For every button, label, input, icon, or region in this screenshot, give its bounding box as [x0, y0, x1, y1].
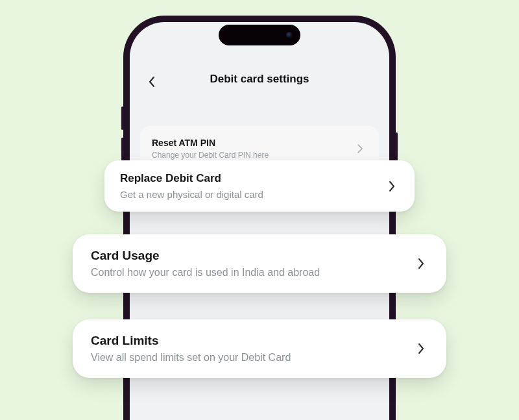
settings-item-subtitle: Get a new physical or digital card [120, 189, 374, 200]
settings-item-subtitle: View all spend limits set on your Debit … [91, 352, 404, 364]
settings-item-replace-card[interactable]: Replace Debit Card Get a new physical or… [104, 160, 415, 212]
chevron-right-icon [414, 341, 428, 356]
back-button[interactable] [144, 74, 160, 90]
settings-item-card-limits[interactable]: Card Limits View all spend limits set on… [73, 319, 446, 378]
settings-item-subtitle: Change your Debit Card PIN here [152, 151, 269, 160]
settings-item-title: Replace Debit Card [120, 172, 374, 185]
settings-item-title: Reset ATM PIN [152, 138, 269, 148]
chevron-right-icon [353, 142, 367, 156]
page-title: Debit card settings [130, 73, 389, 86]
chevron-right-icon [385, 179, 399, 193]
chevron-left-icon [148, 76, 156, 88]
settings-item-title: Card Usage [91, 249, 404, 263]
settings-item-title: Card Limits [91, 334, 404, 348]
dynamic-island [219, 25, 300, 45]
settings-item-card-usage[interactable]: Card Usage Control how your card is used… [73, 234, 446, 293]
settings-item-subtitle: Control how your card is used in India a… [91, 267, 404, 278]
chevron-right-icon [414, 256, 428, 271]
